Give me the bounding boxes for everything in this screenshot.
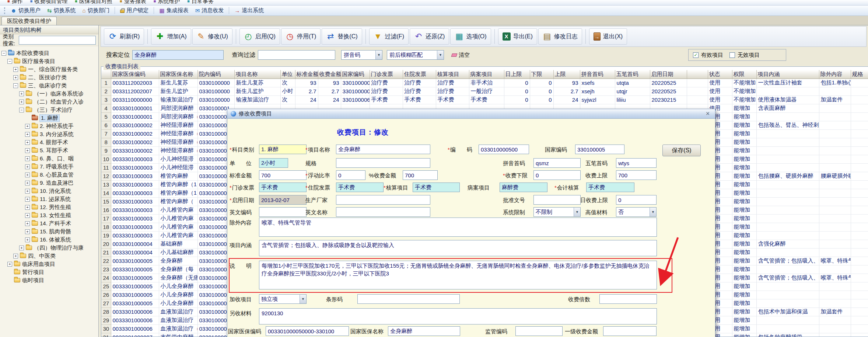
switch-department-button[interactable]: ⌂切换部门 — [79, 6, 112, 15]
item-connotation-textarea[interactable]: 含气管插管；包括吸入、静脉或吸静复合以及靶控输入 — [259, 240, 657, 256]
expand-icon[interactable]: + — [25, 221, 30, 226]
tree-item-0[interactable]: −本院收费项目 — [0, 49, 98, 57]
national-insurance-code-input[interactable] — [266, 326, 349, 336]
expand-icon[interactable]: + — [13, 254, 18, 258]
column-header-daily-upper[interactable]: 日上限 — [504, 70, 530, 79]
tree-item-26[interactable]: +临床用血项目 — [0, 260, 98, 268]
table-row[interactable]: 20033112002007新生儿监护0330100000新生儿监护小时2.72… — [101, 87, 868, 95]
column-header-specification[interactable]: 规格 — [851, 70, 868, 79]
expand-icon[interactable]: + — [25, 173, 30, 177]
column-header-standard-amount[interactable]: 标准金额 — [295, 70, 318, 79]
options-button[interactable]: ▦选项(O) — [450, 28, 491, 45]
exit-system-button[interactable]: →退出系统 — [231, 6, 267, 15]
charge-upper-input[interactable] — [616, 170, 657, 180]
expand-icon[interactable]: + — [13, 75, 18, 80]
save-button[interactable]: 保存(S) — [662, 145, 701, 156]
menu-item-system-maintenance[interactable]: ■系统维护 — [150, 0, 184, 6]
tree-item-15[interactable]: +8. 心脏及血管 — [0, 171, 98, 179]
column-header-status[interactable]: 状态 — [708, 70, 732, 79]
refresh-button[interactable]: ⟳刷新(R) — [104, 28, 144, 45]
expand-icon[interactable]: + — [25, 156, 30, 161]
table-row[interactable]: 10033112002003新生儿复苏0330100000新生儿复苏次93933… — [101, 79, 868, 87]
collapse-icon[interactable]: − — [13, 83, 18, 88]
daily-charge-limit-input[interactable] — [616, 195, 657, 205]
barcode-input[interactable] — [357, 294, 460, 304]
column-header-national-code[interactable]: 国家编码 — [341, 70, 370, 79]
table-row[interactable]: 30033110000000输液加温治疗0330100000输液加温治疗次242… — [101, 95, 868, 104]
national-insurance-name-input[interactable] — [388, 326, 460, 336]
start-date-input[interactable] — [259, 195, 307, 205]
query-filter-input[interactable] — [258, 50, 335, 60]
column-header-permission[interactable]: 权限 — [732, 70, 756, 79]
expand-icon[interactable]: + — [25, 140, 30, 145]
column-header-spacer[interactable] — [687, 70, 708, 79]
expand-icon[interactable]: + — [13, 67, 18, 72]
modify-button[interactable]: ✎修改(U) — [192, 28, 232, 45]
disable-button[interactable]: ◷停用(T) — [281, 28, 321, 45]
tree-item-20[interactable]: +13. 女性生殖 — [0, 211, 98, 219]
expand-icon[interactable]: + — [19, 100, 24, 104]
spec-input[interactable] — [336, 158, 430, 168]
column-header-start-date[interactable]: 启用日期 — [650, 70, 687, 79]
enable-button[interactable]: ◴启用(Q) — [239, 28, 280, 45]
valid-items-checkbox[interactable] — [693, 52, 699, 58]
code-input[interactable] — [479, 145, 529, 154]
unit-input[interactable] — [259, 158, 288, 168]
tree-item-1[interactable]: −医疗服务项目 — [0, 57, 98, 65]
message-exchange-button[interactable]: ✉消息收发 — [192, 6, 227, 15]
regulatory-code-input[interactable] — [515, 326, 563, 336]
add-button[interactable]: ✚增加(A) — [151, 28, 191, 45]
expand-icon[interactable]: + — [7, 262, 12, 267]
clear-button[interactable]: 清空 — [448, 50, 473, 60]
filter-button[interactable]: ▼过滤(F) — [369, 28, 409, 45]
expand-icon[interactable]: + — [25, 213, 30, 218]
expand-icon[interactable]: + — [25, 189, 30, 194]
tree-item-22[interactable]: +15. 肌肉骨骼 — [0, 227, 98, 236]
column-header-national-insurance-code[interactable]: 国家医保编码 — [111, 70, 159, 79]
dialog-title-bar[interactable]: 修改收费项目 × — [227, 109, 715, 119]
menu-item-insurance-item-mapping[interactable]: ■医保项目对照 — [71, 0, 116, 6]
english-name-input[interactable] — [336, 207, 430, 217]
expand-icon[interactable]: + — [19, 246, 24, 250]
collapse-icon[interactable]: − — [7, 59, 12, 64]
tree-item-7[interactable]: −（三）手术治疗 — [0, 106, 98, 114]
inpatient-invoice-input[interactable] — [336, 183, 384, 192]
column-header-connotation[interactable]: 项目内涵 — [756, 70, 819, 79]
tree-item-14[interactable]: +7. 呼吸系统手 — [0, 163, 98, 171]
extra-material-textarea[interactable]: 9200130 — [259, 308, 657, 324]
dropdown-arrow-icon[interactable]: ▼ — [574, 208, 580, 216]
outpatient-invoice-input[interactable] — [259, 183, 307, 192]
charge-amount-input[interactable] — [403, 170, 438, 180]
expand-icon[interactable]: + — [25, 237, 30, 242]
column-header-accounting-item[interactable]: 核算项目 — [436, 70, 469, 79]
switch-user-button[interactable]: ☻切换用户 — [8, 6, 43, 15]
column-header-upper[interactable]: 上限 — [553, 70, 580, 79]
expand-icon[interactable]: + — [25, 164, 30, 169]
high-value-material-select[interactable]: 否▼ — [616, 207, 657, 217]
column-header-outpatient-invoice[interactable]: 门诊发票 — [370, 70, 403, 79]
system-limit-select[interactable]: 不限制▼ — [533, 207, 581, 217]
tree-item-27[interactable]: +暂行项目 — [0, 268, 98, 276]
tree-item-28[interactable]: +临时项目 — [0, 276, 98, 284]
tree-item-5[interactable]: +（一）临床各系统诊 — [0, 90, 98, 98]
accounting-item-input[interactable] — [413, 183, 460, 192]
dropdown-arrow-icon[interactable]: ▼ — [375, 51, 382, 59]
menu-item-operations[interactable]: ■操作 — [4, 0, 27, 6]
match-mode-select[interactable]: 前后模糊匹配 ▼ — [387, 50, 444, 60]
tree-item-11[interactable]: +4. 眼部手术 — [0, 138, 98, 146]
expand-icon[interactable]: + — [25, 197, 30, 202]
tree-item-25[interactable]: +四、中医类 — [0, 252, 98, 260]
menu-item-daily-affairs[interactable]: ■日常事务 — [183, 0, 217, 6]
column-header-inpatient-invoice[interactable]: 住院发票 — [403, 70, 436, 79]
export-button[interactable]: X导出(E) — [498, 28, 537, 45]
column-header-row-number[interactable] — [101, 70, 111, 79]
match-field-select[interactable]: 拼音码 ▼ — [341, 50, 382, 60]
switch-system-button[interactable]: ⇆切换系统 — [44, 6, 79, 15]
expand-icon[interactable]: + — [25, 148, 30, 153]
collapse-icon[interactable]: − — [1, 51, 6, 56]
charge-lower-input[interactable] — [533, 170, 581, 180]
column-header-unit[interactable]: 单位 — [280, 70, 295, 79]
dropdown-arrow-icon[interactable]: ▼ — [300, 295, 306, 303]
column-header-item-name[interactable]: 项目名称 — [234, 70, 280, 79]
invalid-items-checkbox[interactable] — [729, 52, 735, 58]
